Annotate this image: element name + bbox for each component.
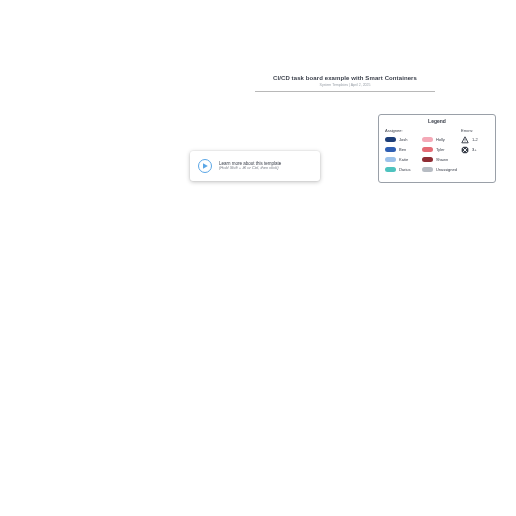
legend-assignee-row: Josh [385, 136, 418, 143]
assignee-label: Unassigned [436, 167, 457, 172]
stop-icon [461, 146, 469, 154]
svg-point-3 [465, 141, 466, 142]
legend-assignee-heading: Assignee: [385, 128, 418, 133]
legend-assignee-row: Tyler [422, 146, 457, 153]
legend-assignee-row: Holly [422, 136, 457, 143]
assignee-label: Katie [399, 157, 408, 162]
legend-assignee-row: Darius [385, 166, 418, 173]
assignee-label: Shawn [436, 157, 448, 162]
assignee-chip [422, 157, 433, 162]
play-icon [198, 159, 212, 173]
diagram-title: CI/CD task board example with Smart Cont… [255, 75, 435, 81]
legend-assignee-col2: Holly Tyler Shawn Unassigned [422, 128, 457, 176]
legend-assignee-row: Shawn [422, 156, 457, 163]
legend-title: Legend [385, 118, 489, 124]
learn-more-text: Learn more about this template (Hold Shi… [219, 161, 281, 171]
assignee-chip [385, 147, 396, 152]
legend-assignee-row: Katie [385, 156, 418, 163]
error-label: 1-2 [472, 137, 478, 142]
diagram-subtitle: System Templates | April 2, 2025 [255, 83, 435, 87]
error-label: 3+ [472, 147, 477, 152]
diagram-title-block: CI/CD task board example with Smart Cont… [255, 75, 435, 92]
legend-error-row: 3+ [461, 146, 489, 153]
assignee-chip [385, 157, 396, 162]
assignee-chip [422, 167, 433, 172]
legend-assignee-row: Ben [385, 146, 418, 153]
assignee-chip [385, 137, 396, 142]
learn-more-callout[interactable]: Learn more about this template (Hold Shi… [190, 151, 320, 181]
legend-errors-col: Errors: 1-2 [461, 128, 489, 176]
legend-assignee-row: Unassigned [422, 166, 457, 173]
legend-assignee-col1: Assignee: Josh Ben Katie Darius [385, 128, 418, 176]
warning-icon [461, 136, 469, 144]
learn-more-line2: (Hold Shift + ⌘ or Ctrl, then click) [219, 166, 281, 171]
assignee-chip [385, 167, 396, 172]
assignee-label: Ben [399, 147, 406, 152]
assignee-chip [422, 147, 433, 152]
svg-marker-0 [203, 163, 208, 169]
assignee-label: Josh [399, 137, 407, 142]
assignee-label: Darius [399, 167, 411, 172]
assignee-chip [422, 137, 433, 142]
legend-errors-heading: Errors: [461, 128, 489, 133]
legend-error-row: 1-2 [461, 136, 489, 143]
assignee-label: Holly [436, 137, 445, 142]
assignee-label: Tyler [436, 147, 445, 152]
legend-panel: Legend Assignee: Josh Ben Katie [378, 114, 496, 183]
